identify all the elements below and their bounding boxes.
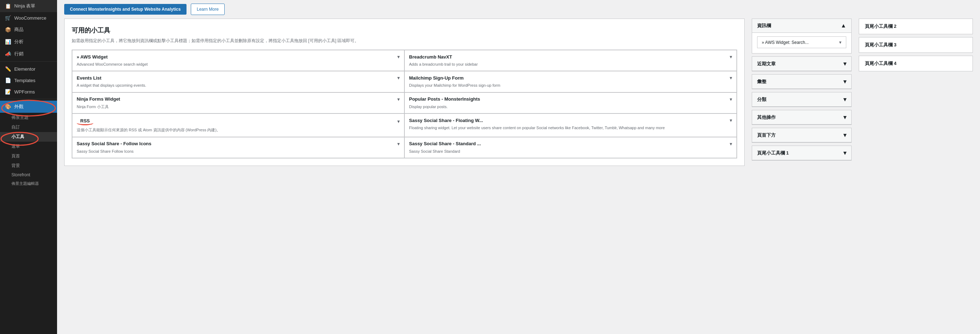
sidebar-section-main-header[interactable]: 資訊欄 ▲ [752, 19, 851, 33]
widget-events-title: Events List [77, 75, 101, 81]
sidebar-item-elementor[interactable]: ✏️ Elementor [0, 63, 57, 75]
widget-sassy-follow-desc: Sassy Social Share Follow Icons [77, 149, 400, 154]
sidebar-item-analytics[interactable]: 📊 分析 [0, 36, 57, 48]
right-footer-3-title: 頁尾小工具欄 3 [865, 42, 897, 48]
sidebar-item-templates[interactable]: 📄 Templates [0, 75, 57, 86]
widget-sassy-floating-desc: Floating sharing widget. Let your websit… [409, 125, 732, 131]
appearance-icon: 🎨 [4, 104, 11, 110]
widget-mailchimp-chevron[interactable]: ▾ [730, 75, 732, 81]
footer-widget-1-chevron[interactable]: ▾ [843, 150, 846, 156]
widget-events[interactable]: Events List ▾ A widget that displays upc… [72, 71, 404, 92]
widget-mailchimp[interactable]: Mailchimp Sign-Up Form ▾ Displays your M… [404, 71, 737, 92]
marketing-icon: 📣 [4, 51, 11, 57]
widget-sassy-standard-desc: Sassy Social Share Standard [409, 149, 732, 154]
widget-rss[interactable]: RSS ▾ 這個小工具能顯示任何來源的 RSS 或 Atom 資訊提供中的內容 … [72, 113, 404, 137]
sidebar-section-footer-top: 頁首下方 ▾ [752, 128, 852, 143]
widget-breadcrumb-title: Breadcrumb NavXT [409, 54, 452, 59]
widget-sassy-floating-chevron[interactable]: ▾ [730, 117, 732, 123]
widget-sassy-floating-title: Sassy Social Share - Floating W... [409, 118, 483, 123]
woocommerce-icon: 🛒 [4, 15, 11, 21]
sidebar-section-other-header[interactable]: 其他操作 ▾ [752, 110, 851, 125]
sidebar-sub-background[interactable]: 背景 [0, 161, 57, 171]
connect-button[interactable]: Connect MonsterInsights and Setup Websit… [64, 4, 186, 14]
widget-grid: » AWS Widget ▾ Advanced WooCommerce sear… [72, 50, 737, 158]
widget-popular-posts-chevron[interactable]: ▾ [730, 96, 732, 102]
templates-icon: 📄 [4, 77, 11, 83]
sidebar-section-summary-title: 彙整 [757, 78, 766, 85]
widget-popular-posts-desc: Display popular posts. [409, 104, 732, 110]
widget-popular-posts[interactable]: Popular Posts - MonsterInsights ▾ Displa… [404, 93, 737, 113]
footer-top-title: 頁首下方 [757, 132, 776, 139]
widget-aws-title: » AWS Widget [77, 54, 108, 59]
main-content: Connect MonsterInsights and Setup Websit… [57, 0, 980, 334]
aws-widget-in-sidebar[interactable]: » AWS Widget: Search... ▾ [757, 37, 846, 48]
available-widgets-desc: 如需啟用指定的小工具，將它拖放到資訊欄或點擊小工具標題；如需停用指定的小工具並刪… [72, 37, 737, 44]
categories-collapse-icon[interactable]: ▾ [843, 96, 846, 103]
widget-sassy-follow-title: Sassy Social Share - Follow Icons [77, 141, 151, 146]
sidebar: 📋 Ninja 表單 🛒 WooCommerce 📦 商品 📊 分析 📣 行銷 … [0, 0, 57, 334]
widget-sassy-standard-chevron[interactable]: ▾ [730, 141, 732, 147]
sidebar-section-main: 資訊欄 ▲ » AWS Widget: Search... ▾ [752, 19, 852, 54]
sidebar-sub-customize[interactable]: 自訂 [0, 122, 57, 132]
widget-sassy-floating[interactable]: Sassy Social Share - Floating W... ▾ Flo… [404, 113, 737, 137]
other-collapse-icon[interactable]: ▾ [843, 114, 846, 121]
sidebar-section-categories-header[interactable]: 分類 ▾ [752, 93, 851, 107]
widget-ninja-forms-title: Ninja Forms Widget [77, 96, 120, 102]
widget-sassy-follow-chevron[interactable]: ▾ [397, 141, 400, 147]
right-section-footer-4[interactable]: 頁尾小工具欄 4 [859, 56, 973, 71]
sidebar-widgets-panel: 資訊欄 ▲ » AWS Widget: Search... ▾ 近期文章 ▾ [752, 19, 852, 166]
sidebar-collapse-icon[interactable]: ▲ [840, 22, 846, 29]
widget-breadcrumb-header: Breadcrumb NavXT ▾ [409, 54, 732, 59]
widget-breadcrumb[interactable]: Breadcrumb NavXT ▾ Adds a breadcrumb tra… [404, 50, 737, 71]
footer-top-chevron[interactable]: ▾ [843, 132, 846, 139]
sidebar-item-appearance[interactable]: 🎨 外觀 [0, 101, 57, 113]
aws-widget-sidebar-label: » AWS Widget: Search... [762, 40, 809, 45]
widget-ninja-forms[interactable]: Ninja Forms Widget ▾ Ninja Form 小工具 [72, 93, 404, 113]
widget-rss-chevron[interactable]: ▾ [397, 118, 400, 124]
widget-sassy-standard[interactable]: Sassy Social Share - Standard ... ▾ Sass… [404, 137, 737, 158]
sidebar-section-recent-header[interactable]: 近期文章 ▾ [752, 57, 851, 71]
right-column: 頁尾小工具欄 2 頁尾小工具欄 3 頁尾小工具欄 4 [859, 19, 973, 166]
right-footer-2-title: 頁尾小工具欄 2 [865, 24, 897, 29]
sidebar-item-products[interactable]: 📦 商品 [0, 24, 57, 36]
sidebar-sub-storefront[interactable]: Storefront [0, 171, 57, 179]
widget-sassy-standard-header: Sassy Social Share - Standard ... ▾ [409, 141, 732, 147]
sidebar-item-ninja-forms[interactable]: 📋 Ninja 表單 [0, 0, 57, 12]
ninja-forms-icon: 📋 [4, 3, 11, 9]
sidebar-section-categories-title: 分類 [757, 96, 766, 103]
products-icon: 📦 [4, 27, 11, 32]
widget-sassy-follow[interactable]: Sassy Social Share - Follow Icons ▾ Sass… [72, 137, 404, 158]
widget-aws[interactable]: » AWS Widget ▾ Advanced WooCommerce sear… [72, 50, 404, 71]
elementor-icon: ✏️ [4, 66, 11, 72]
sidebar-sub-themes[interactable]: 佈景主題 [0, 113, 57, 122]
widget-aws-chevron[interactable]: ▾ [397, 54, 400, 59]
widget-popular-posts-title: Popular Posts - MonsterInsights [409, 96, 480, 102]
divider-1 [0, 61, 57, 62]
sidebar-item-woocommerce[interactable]: 🛒 WooCommerce [0, 12, 57, 24]
sidebar-section-summary-header[interactable]: 彙整 ▾ [752, 75, 851, 89]
sidebar-section-main-title: 資訊欄 [757, 22, 771, 29]
sidebar-sub-widgets[interactable]: 小工具 [0, 132, 57, 142]
widget-breadcrumb-desc: Adds a breadcrumb trail to your sidebar [409, 62, 732, 67]
available-widgets-title: 可用的小工具 [72, 26, 737, 35]
sidebar-section-footer-widget-1-header[interactable]: 頁尾小工具欄 1 ▾ [752, 146, 851, 160]
widget-events-desc: A widget that displays upcoming events. [77, 83, 400, 88]
right-section-footer-2[interactable]: 頁尾小工具欄 2 [859, 19, 973, 34]
sidebar-section-footer-top-header[interactable]: 頁首下方 ▾ [752, 128, 851, 142]
widget-sassy-standard-title: Sassy Social Share - Standard ... [409, 141, 481, 146]
widget-breadcrumb-chevron[interactable]: ▾ [730, 54, 732, 59]
recent-collapse-icon[interactable]: ▾ [843, 60, 846, 67]
summary-collapse-icon[interactable]: ▾ [843, 78, 846, 85]
aws-widget-sidebar-chevron[interactable]: ▾ [839, 40, 842, 45]
widget-ninja-forms-header: Ninja Forms Widget ▾ [77, 96, 400, 102]
learn-more-button[interactable]: Learn More [191, 3, 225, 15]
right-section-footer-3[interactable]: 頁尾小工具欄 3 [859, 37, 973, 53]
sidebar-sub-menus[interactable]: 選單 [0, 142, 57, 151]
sidebar-item-marketing[interactable]: 📣 行銷 [0, 48, 57, 60]
widget-ninja-forms-chevron[interactable]: ▾ [397, 96, 400, 102]
widget-events-chevron[interactable]: ▾ [397, 75, 400, 81]
sidebar-sub-theme-editor[interactable]: 佈景主題編輯器 [0, 179, 57, 188]
sidebar-sub-homepage[interactable]: 頁首 [0, 151, 57, 161]
sidebar-item-wpforms[interactable]: 📝 WPForms [0, 86, 57, 97]
widget-aws-header: » AWS Widget ▾ [77, 54, 400, 59]
